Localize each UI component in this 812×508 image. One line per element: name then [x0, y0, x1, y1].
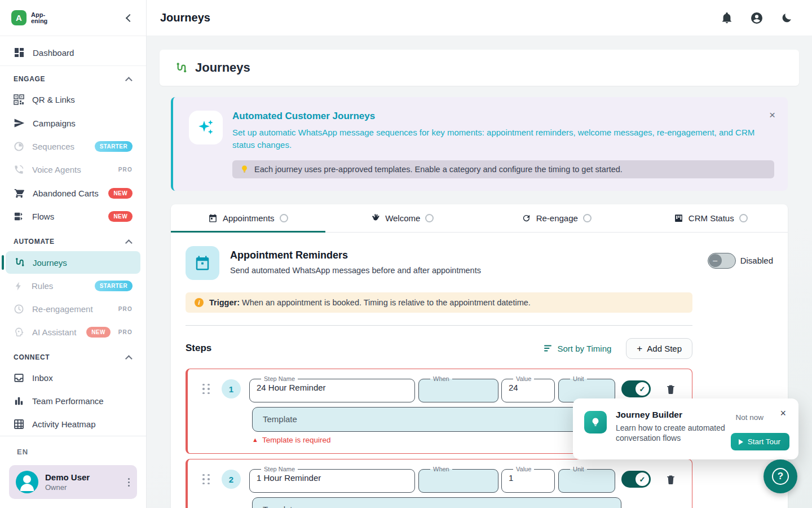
reminders-title: Appointment Reminders [230, 249, 481, 261]
value-field[interactable]: Value [501, 376, 555, 402]
sidebar-item-abandoned-carts[interactable]: Abandoned Carts NEW [6, 182, 140, 204]
calendar-icon [186, 246, 219, 280]
user-meta: Demo User Owner [45, 472, 119, 492]
not-now-button[interactable]: Not now [735, 413, 764, 422]
step-name-input[interactable] [257, 473, 408, 483]
sidebar-item-label: Activity Heatmap [32, 419, 133, 429]
when-field[interactable]: When [418, 376, 498, 402]
sidebar-item-journeys[interactable]: Journeys [6, 251, 140, 274]
template-select[interactable]: Template [252, 497, 621, 508]
step-toggle[interactable]: ✓ [621, 471, 651, 488]
delete-step-icon[interactable] [665, 474, 676, 485]
drag-handle-icon[interactable] [202, 384, 210, 395]
step-name-label: Step Name [261, 376, 298, 382]
account-icon[interactable] [750, 11, 764, 25]
category-toggle[interactable]: – [708, 253, 736, 269]
sidebar-item-sequences[interactable]: Sequences STARTER [6, 135, 140, 157]
sidebar-item-team-performance[interactable]: Team Performance [6, 390, 140, 412]
delete-step-icon[interactable] [665, 384, 676, 395]
brand-logo-icon: A [11, 10, 27, 25]
sidebar-item-inbox[interactable]: Inbox [6, 367, 140, 389]
sidebar-collapse-icon[interactable] [122, 12, 135, 24]
chevron-up-icon [125, 355, 133, 362]
step-toggle[interactable]: ✓ [621, 380, 651, 397]
sidebar-item-label: Flows [32, 212, 100, 221]
tab-appointments[interactable]: Appointments [171, 204, 325, 232]
page-title: Journeys [195, 60, 250, 75]
sidebar-item-flows[interactable]: Flows NEW [6, 205, 140, 227]
user-card[interactable]: Demo User Owner [9, 465, 137, 499]
sidebar-item-voice-agents[interactable]: Voice Agents PRO [6, 159, 140, 181]
notifications-bell-icon[interactable] [721, 12, 733, 24]
drag-handle-icon[interactable] [202, 474, 210, 485]
section-header-engage[interactable]: ENGAGE [0, 66, 146, 87]
when-field[interactable]: When [418, 466, 498, 493]
value-input[interactable] [509, 473, 548, 483]
tab-welcome[interactable]: Welcome [325, 204, 480, 232]
toggle-knob: – [709, 254, 722, 267]
phone-icon [14, 164, 24, 175]
step-name-field[interactable]: Step Name [249, 376, 415, 402]
step-number-badge: 1 [222, 379, 241, 398]
section-label: CONNECT [14, 353, 50, 361]
step-name-field[interactable]: Step Name [249, 466, 415, 493]
template-select[interactable]: Template [252, 407, 621, 432]
tab-status-dot [425, 214, 434, 222]
question-mark-icon: ? [772, 468, 789, 485]
warning-icon: ▲ [252, 437, 258, 443]
when-input[interactable] [426, 473, 491, 483]
section-header-automate[interactable]: AUTOMATE [0, 229, 146, 250]
unit-input[interactable] [566, 383, 608, 392]
pro-tag: PRO [118, 167, 133, 173]
trigger-body: When an appointment is booked. Timing is… [242, 298, 531, 307]
add-step-button[interactable]: + Add Step [626, 338, 692, 359]
tab-status-dot [280, 214, 288, 222]
send-icon [14, 117, 25, 129]
tab-crm-status[interactable]: CRM Status [634, 204, 788, 232]
info-icon: i [195, 298, 204, 307]
section-header-connect[interactable]: CONNECT [0, 344, 146, 366]
step-row: 2 Step Name When Value [188, 466, 692, 493]
sidebar-item-qr-links[interactable]: QR & Links [6, 89, 140, 111]
sidebar-item-label: Team Performance [32, 396, 133, 406]
sidebar-item-ai-assistant[interactable]: AI Assistant NEW PRO [6, 321, 140, 343]
new-badge: NEW [108, 188, 133, 199]
ai-icon [14, 327, 24, 338]
start-tour-button[interactable]: Start Tour [731, 433, 789, 450]
sidebar-item-label: Dashboard [33, 48, 74, 58]
play-icon [739, 439, 743, 445]
flows-icon [14, 211, 24, 222]
avatar [16, 471, 38, 493]
when-input[interactable] [426, 383, 491, 392]
sort-by-timing-button[interactable]: Sort by Timing [544, 344, 611, 353]
sort-icon [544, 344, 553, 353]
help-button[interactable]: ? [764, 459, 797, 493]
kanban-icon [674, 213, 683, 223]
app: A App- ening Dashboard ENGAGE QR & Links [0, 0, 812, 508]
sidebar-item-dashboard[interactable]: Dashboard [0, 40, 146, 65]
value-input[interactable] [509, 383, 548, 392]
toggle-state-label: Disabled [740, 256, 773, 265]
sidebar-item-rules[interactable]: Rules STARTER [6, 275, 140, 297]
user-menu-icon[interactable] [126, 476, 130, 489]
close-icon[interactable]: × [780, 408, 786, 419]
bolt-icon [14, 281, 24, 291]
sidebar-item-campaigns[interactable]: Campaigns [6, 112, 140, 134]
topbar: Journeys [147, 0, 812, 36]
value-field[interactable]: Value [501, 466, 555, 493]
sidebar-item-re-engagement[interactable]: Re-engagement PRO [6, 298, 140, 320]
unit-field[interactable]: Unit [558, 466, 615, 493]
heatmap-icon [14, 419, 24, 430]
unit-input[interactable] [566, 473, 608, 483]
step-name-input[interactable] [257, 383, 408, 392]
dark-mode-moon-icon[interactable] [780, 12, 793, 24]
template-placeholder: Template [263, 414, 297, 424]
tab-re-engage[interactable]: Re-engage [479, 204, 634, 232]
close-icon[interactable]: × [769, 110, 775, 120]
language-selector[interactable]: EN [9, 443, 137, 461]
sidebar-item-activity-heatmap[interactable]: Activity Heatmap [6, 413, 140, 435]
sparkles-icon [189, 111, 223, 144]
user-name: Demo User [45, 472, 119, 482]
sidebar-item-label: QR & Links [32, 95, 133, 104]
lightbulb-icon [240, 165, 249, 173]
